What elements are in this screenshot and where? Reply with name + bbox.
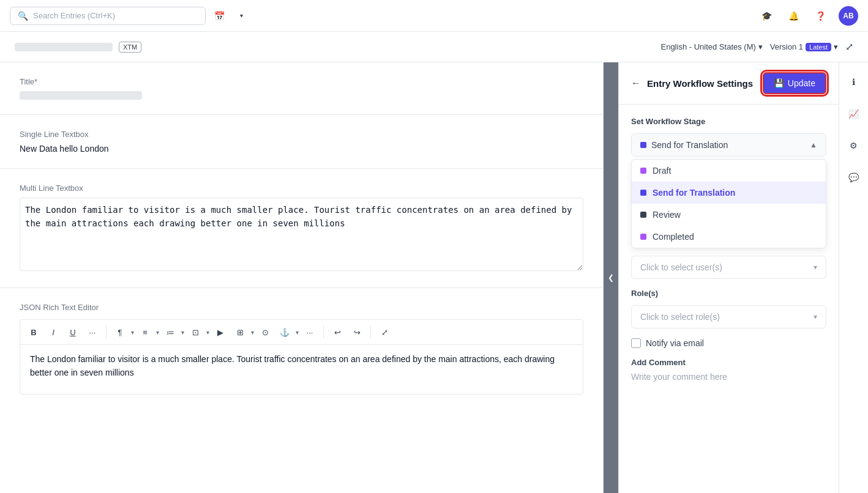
update-button[interactable]: 💾 Update — [763, 72, 826, 94]
title-section: Title* — [0, 62, 603, 115]
activity-icon[interactable]: 📈 — [844, 104, 864, 124]
panel-title: Entry Workflow Settings — [647, 78, 753, 89]
latest-badge: Latest — [806, 43, 831, 51]
version-selector[interactable]: Version 1 Latest ▾ — [770, 42, 838, 51]
toolbar-divider-3 — [370, 326, 371, 338]
more-button-1[interactable]: ··· — [84, 324, 101, 341]
option-draft[interactable]: Draft — [632, 160, 826, 182]
graduation-icon[interactable]: 🎓 — [758, 7, 775, 24]
bold-button[interactable]: B — [25, 324, 42, 341]
rte-toolbar: B I U ··· ¶ ▾ ≡ ▾ ≔ ▾ ⊡ ▾ ▶ ⊞ ▾ ⊙ — [20, 320, 583, 345]
info-icon[interactable]: ℹ — [844, 72, 864, 92]
rte-section: JSON Rich Text Editor B I U ··· ¶ ▾ ≡ ▾ … — [0, 288, 603, 409]
table-chevron: ▾ — [251, 329, 254, 336]
rte-content[interactable]: The London familiar to visitor is a much… — [20, 345, 583, 394]
redo-button[interactable]: ↪ — [348, 324, 365, 341]
entry-title-blurred — [15, 43, 113, 51]
sub-header-right: English - United States (M) ▾ Version 1 … — [660, 41, 853, 53]
option-send-translation[interactable]: Send for Translation — [632, 182, 826, 204]
dropdown-icon[interactable]: ▾ — [233, 7, 250, 24]
dropdown-options: Draft Send for Translation Review Comple… — [631, 159, 826, 248]
link-button[interactable]: ⚓ — [276, 324, 293, 341]
block-button[interactable]: ⊡ — [187, 324, 204, 341]
option-completed[interactable]: Completed — [632, 226, 826, 248]
version-chevron: ▾ — [834, 42, 838, 51]
option-review[interactable]: Review — [632, 204, 826, 226]
search-icon: 🔍 — [18, 11, 28, 21]
language-label: English - United States (M) — [660, 42, 755, 51]
paragraph-chevron: ▾ — [131, 329, 134, 336]
calendar-icon[interactable]: 📅 — [211, 7, 228, 24]
panel-header: ← Entry Workflow Settings 💾 Update — [619, 62, 839, 105]
sub-header: XTM English - United States (M) ▾ Versio… — [0, 32, 868, 62]
comment-section: Add Comment Write your comment here — [631, 358, 826, 382]
role-chevron: ▾ — [814, 313, 817, 321]
multi-line-label: Multi Line Textbox — [20, 183, 583, 193]
draft-label: Draft — [653, 166, 671, 176]
notify-row: Notify via email — [631, 338, 826, 348]
notify-checkbox[interactable] — [631, 338, 641, 348]
user-selector[interactable]: Click to select user(s) ▾ — [631, 256, 826, 279]
right-panel: ← Entry Workflow Settings 💾 Update Set W… — [618, 62, 839, 493]
language-chevron: ▾ — [758, 42, 763, 51]
more-button-2[interactable]: ··· — [301, 324, 318, 341]
italic-button[interactable]: I — [45, 324, 62, 341]
xtm-badge: XTM — [119, 42, 141, 53]
panel-collapse-button[interactable]: ❮ — [604, 62, 618, 493]
expand-icon[interactable]: ⤢ — [845, 41, 853, 53]
top-nav: 🔍 Search Entries (Ctrl+K) 📅 ▾ 🎓 🔔 ❓ AB — [0, 0, 868, 32]
comment-label: Add Comment — [631, 358, 826, 367]
rte-expand-button[interactable]: ⤢ — [376, 324, 393, 341]
stage-selected-left: Send for Translation — [640, 140, 728, 150]
far-right-panel: ℹ 📈 ⚙ 💬 — [839, 62, 868, 493]
help-icon[interactable]: ❓ — [812, 7, 829, 24]
panel-content: Set Workflow Stage Send for Translation … — [619, 105, 839, 394]
align-button[interactable]: ≡ — [137, 324, 154, 341]
send-translation-dot — [640, 190, 646, 196]
draft-dot — [640, 168, 646, 174]
nodes-icon[interactable]: ⚙ — [844, 136, 864, 155]
chat-icon[interactable]: 💬 — [844, 168, 864, 187]
media-button[interactable]: ▶ — [212, 324, 229, 341]
nav-right: 🎓 🔔 ❓ AB — [758, 6, 858, 26]
list-chevron: ▾ — [181, 329, 184, 336]
version-label: Version 1 — [770, 42, 803, 51]
content-area: Title* Single Line Textbox New Data hell… — [0, 62, 604, 493]
stage-chevron-up: ▲ — [810, 141, 817, 149]
search-placeholder: Search Entries (Ctrl+K) — [33, 11, 115, 20]
title-value-blurred — [20, 91, 142, 100]
review-dot — [640, 212, 646, 218]
user-chevron: ▾ — [814, 263, 817, 272]
embed-button[interactable]: ⊙ — [256, 324, 274, 341]
undo-button[interactable]: ↩ — [329, 324, 346, 341]
language-selector[interactable]: English - United States (M) ▾ — [660, 42, 762, 51]
back-icon[interactable]: ← — [631, 78, 641, 89]
avatar[interactable]: AB — [839, 6, 858, 26]
table-button[interactable]: ⊞ — [231, 324, 249, 341]
single-line-section: Single Line Textbox New Data hello Londo… — [0, 115, 603, 169]
search-box[interactable]: 🔍 Search Entries (Ctrl+K) — [10, 7, 206, 25]
nav-left: 🔍 Search Entries (Ctrl+K) 📅 ▾ — [10, 7, 250, 25]
role-placeholder: Click to select role(s) — [640, 312, 720, 322]
update-icon: 💾 — [774, 78, 784, 88]
underline-button[interactable]: U — [64, 324, 81, 341]
role-selector[interactable]: Click to select role(s) ▾ — [631, 305, 826, 328]
bell-icon[interactable]: 🔔 — [785, 7, 802, 24]
toolbar-divider-1 — [106, 326, 107, 338]
stage-selected[interactable]: Send for Translation ▲ — [632, 134, 826, 156]
comment-placeholder[interactable]: Write your comment here — [631, 372, 826, 382]
multi-line-textarea[interactable]: The London familiar to visitor is a much… — [20, 198, 583, 271]
review-label: Review — [653, 210, 681, 220]
sub-header-left: XTM — [15, 42, 141, 53]
single-line-value: New Data hello London — [20, 144, 583, 154]
paragraph-button[interactable]: ¶ — [111, 324, 129, 341]
main-container: Title* Single Line Textbox New Data hell… — [0, 62, 868, 493]
roles-section: Role(s) Click to select role(s) ▾ — [631, 289, 826, 328]
stage-dropdown[interactable]: Send for Translation ▲ — [631, 133, 826, 157]
multi-line-section: Multi Line Textbox The London familiar t… — [0, 169, 603, 288]
list-button[interactable]: ≔ — [162, 324, 179, 341]
title-label: Title* — [20, 77, 583, 86]
completed-dot — [640, 234, 646, 240]
align-chevron: ▾ — [156, 329, 159, 336]
update-label: Update — [788, 78, 815, 88]
